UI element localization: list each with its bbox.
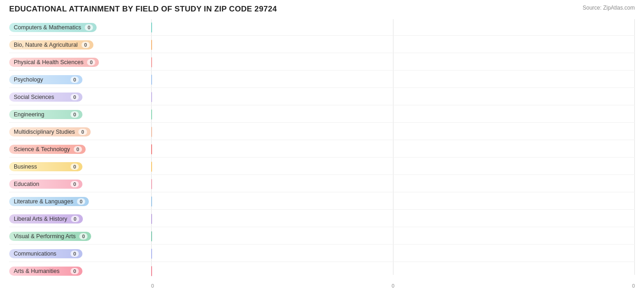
bar-fill-communications [151, 249, 152, 259]
bar-pill-bio-nature: Bio, Nature & Agricultural0 [9, 40, 93, 49]
bar-pill-education: Education0 [9, 180, 82, 189]
bar-pill-engineering: Engineering0 [9, 110, 82, 119]
bar-pill-label-engineering: Engineering [14, 111, 67, 118]
bar-pill-value-physical-health: 0 [87, 59, 95, 65]
axis-labels: 0 0 0 [151, 282, 635, 289]
bar-label-container-psychology: Psychology0 [9, 75, 151, 84]
bar-row-business: Business0 [9, 158, 635, 175]
bar-label-container-computers-math: Computers & Mathematics0 [9, 23, 151, 32]
bar-pill-value-multidisciplinary: 0 [78, 129, 87, 135]
bar-pill-label-education: Education [14, 181, 67, 187]
bar-fill-science-technology [151, 144, 152, 154]
bar-track-science-technology [151, 141, 635, 157]
bar-fill-physical-health [151, 57, 152, 67]
bar-track-psychology [151, 71, 635, 87]
bar-label-container-bio-nature: Bio, Nature & Agricultural0 [9, 40, 151, 49]
bar-row-communications: Communications0 [9, 245, 635, 262]
bar-pill-value-visual-performing-arts: 0 [79, 233, 87, 240]
bar-pill-value-engineering: 0 [71, 111, 79, 118]
bar-track-liberal-arts-history [151, 211, 635, 227]
bar-row-engineering: Engineering0 [9, 106, 635, 123]
axis-label-1: 0 [392, 283, 394, 289]
chart-title: EDUCATIONAL ATTAINMENT BY FIELD OF STUDY… [9, 5, 277, 14]
bar-label-container-visual-performing-arts: Visual & Performing Arts0 [9, 232, 151, 241]
bar-fill-arts-humanities [151, 266, 152, 276]
bar-pill-science-technology: Science & Technology0 [9, 145, 86, 154]
bar-pill-physical-health: Physical & Health Sciences0 [9, 58, 99, 67]
bar-track-physical-health [151, 54, 635, 70]
bar-fill-social-sciences [151, 92, 152, 102]
bar-pill-value-literature-languages: 0 [77, 198, 85, 205]
bar-fill-literature-languages [151, 196, 152, 207]
bar-pill-label-liberal-arts-history: Liberal Arts & History [14, 216, 67, 222]
bar-track-business [151, 158, 635, 174]
bar-label-container-communications: Communications0 [9, 249, 151, 258]
bar-row-visual-performing-arts: Visual & Performing Arts0 [9, 228, 635, 245]
bar-pill-value-psychology: 0 [71, 76, 79, 83]
bar-track-education [151, 176, 635, 192]
bar-track-literature-languages [151, 193, 635, 209]
bar-pill-value-science-technology: 0 [74, 146, 82, 153]
bar-pill-communications: Communications0 [9, 249, 82, 258]
bar-pill-label-physical-health: Physical & Health Sciences [14, 59, 83, 65]
bar-pill-multidisciplinary: Multidisciplinary Studies0 [9, 127, 91, 136]
bar-track-social-sciences [151, 89, 635, 105]
bar-fill-computers-math [151, 22, 152, 33]
bar-track-multidisciplinary [151, 124, 635, 140]
bar-label-container-liberal-arts-history: Liberal Arts & History0 [9, 214, 151, 224]
bar-pill-label-business: Business [14, 164, 67, 170]
bar-fill-business [151, 162, 152, 172]
bar-pill-label-bio-nature: Bio, Nature & Agricultural [14, 42, 78, 48]
bar-pill-visual-performing-arts: Visual & Performing Arts0 [9, 232, 91, 241]
bar-pill-label-communications: Communications [14, 251, 67, 257]
bar-track-arts-humanities [151, 263, 635, 279]
bar-label-container-engineering: Engineering0 [9, 110, 151, 119]
bar-pill-value-bio-nature: 0 [82, 42, 90, 48]
source-text: Source: ZipAtlas.com [583, 5, 635, 11]
bar-label-container-business: Business0 [9, 162, 151, 171]
bar-row-arts-humanities: Arts & Humanities0 [9, 263, 635, 279]
bar-row-psychology: Psychology0 [9, 71, 635, 88]
bar-pill-literature-languages: Literature & Languages0 [9, 197, 89, 206]
bar-label-container-multidisciplinary: Multidisciplinary Studies0 [9, 127, 151, 136]
bar-row-literature-languages: Literature & Languages0 [9, 193, 635, 210]
bar-row-multidisciplinary: Multidisciplinary Studies0 [9, 124, 635, 140]
bar-pill-computers-math: Computers & Mathematics0 [9, 23, 97, 32]
chart-area: Computers & Mathematics0Bio, Nature & Ag… [9, 19, 635, 289]
bar-pill-social-sciences: Social Sciences0 [9, 93, 82, 102]
axis-label-2: 0 [632, 283, 635, 289]
bar-pill-value-liberal-arts-history: 0 [71, 216, 79, 222]
bar-pill-liberal-arts-history: Liberal Arts & History0 [9, 214, 83, 224]
bar-label-container-literature-languages: Literature & Languages0 [9, 197, 151, 206]
bar-row-science-technology: Science & Technology0 [9, 141, 635, 158]
bar-label-container-science-technology: Science & Technology0 [9, 145, 151, 154]
bar-fill-liberal-arts-history [151, 214, 152, 224]
bar-fill-engineering [151, 109, 152, 120]
bar-pill-label-arts-humanities: Arts & Humanities [14, 268, 67, 274]
bar-fill-multidisciplinary [151, 127, 152, 137]
bar-pill-label-social-sciences: Social Sciences [14, 94, 67, 100]
bar-fill-bio-nature [151, 40, 152, 50]
bar-track-engineering [151, 106, 635, 122]
axis-label-0: 0 [151, 283, 154, 289]
bar-pill-label-science-technology: Science & Technology [14, 146, 70, 153]
bar-pill-label-computers-math: Computers & Mathematics [14, 24, 81, 31]
bar-pill-arts-humanities: Arts & Humanities0 [9, 267, 82, 276]
bar-row-computers-math: Computers & Mathematics0 [9, 19, 635, 36]
bar-pill-value-arts-humanities: 0 [71, 268, 79, 274]
bar-track-computers-math [151, 19, 635, 35]
bar-row-social-sciences: Social Sciences0 [9, 89, 635, 105]
bar-pill-psychology: Psychology0 [9, 75, 82, 84]
bar-row-liberal-arts-history: Liberal Arts & History0 [9, 211, 635, 227]
bar-row-education: Education0 [9, 176, 635, 192]
bar-pill-label-psychology: Psychology [14, 76, 67, 83]
bar-pill-value-business: 0 [71, 164, 79, 170]
bar-label-container-arts-humanities: Arts & Humanities0 [9, 267, 151, 276]
bar-fill-visual-performing-arts [151, 231, 152, 241]
bar-pill-business: Business0 [9, 162, 82, 171]
bar-pill-label-literature-languages: Literature & Languages [14, 198, 73, 205]
bar-row-bio-nature: Bio, Nature & Agricultural0 [9, 37, 635, 53]
bars-container: Computers & Mathematics0Bio, Nature & Ag… [9, 19, 635, 280]
bar-pill-label-multidisciplinary: Multidisciplinary Studies [14, 129, 75, 135]
bar-track-visual-performing-arts [151, 228, 635, 244]
